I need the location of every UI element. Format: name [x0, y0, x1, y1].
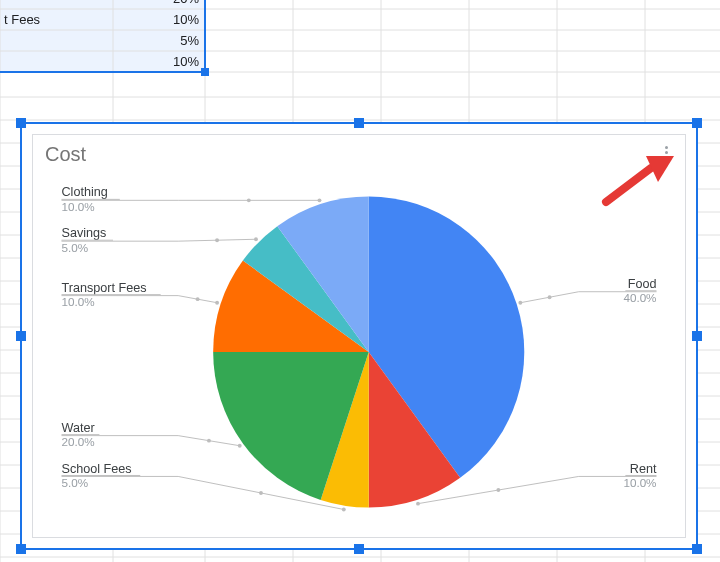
pie-label: Savings5.0% [62, 226, 114, 254]
resize-handle-top-left[interactable] [16, 118, 26, 128]
resize-handle-top-middle[interactable] [354, 118, 364, 128]
resize-handle-bottom-left[interactable] [16, 544, 26, 554]
svg-text:Transport Fees: Transport Fees [62, 281, 147, 295]
pie-label: Clothing10.0% [62, 185, 120, 213]
svg-text:Food: Food [628, 277, 657, 291]
svg-text:20%: 20% [173, 0, 199, 6]
svg-text:10.0%: 10.0% [62, 295, 95, 308]
svg-text:10%: 10% [173, 54, 199, 69]
pie-label: Transport Fees10.0% [62, 281, 161, 309]
svg-text:10%: 10% [173, 12, 199, 27]
pie-chart: Food40.0%Rent10.0%School Fees5.0%Water20… [33, 177, 685, 527]
resize-handle-middle-right[interactable] [692, 331, 702, 341]
svg-text:20.0%: 20.0% [62, 435, 95, 448]
svg-text:Rent: Rent [630, 462, 657, 476]
svg-text:Clothing: Clothing [62, 185, 108, 199]
chart-menu-icon[interactable] [659, 145, 675, 161]
pie-label: School Fees5.0% [62, 462, 141, 490]
resize-handle-top-right[interactable] [692, 118, 702, 128]
svg-text:40.0%: 40.0% [623, 291, 656, 304]
chart-plot-area: Cost Food40.0%Rent10.0%School Fees5.0%Wa… [32, 134, 686, 538]
svg-text:10.0%: 10.0% [623, 476, 656, 489]
chart-object[interactable]: Cost Food40.0%Rent10.0%School Fees5.0%Wa… [20, 122, 698, 550]
svg-text:5.0%: 5.0% [62, 476, 89, 489]
pie-label: Rent10.0% [623, 462, 657, 490]
svg-text:t Fees: t Fees [4, 12, 41, 27]
svg-rect-37 [201, 68, 209, 76]
resize-handle-middle-left[interactable] [16, 331, 26, 341]
svg-text:School Fees: School Fees [62, 462, 132, 476]
svg-text:5%: 5% [180, 33, 199, 48]
svg-text:5.0%: 5.0% [62, 241, 89, 254]
pie-label: Food40.0% [623, 277, 656, 305]
chart-title: Cost [45, 143, 86, 166]
resize-handle-bottom-right[interactable] [692, 544, 702, 554]
svg-text:Savings: Savings [62, 226, 107, 240]
resize-handle-bottom-middle[interactable] [354, 544, 364, 554]
pie-label: Water20.0% [62, 421, 100, 449]
svg-text:10.0%: 10.0% [62, 200, 95, 213]
svg-text:Water: Water [62, 421, 95, 435]
